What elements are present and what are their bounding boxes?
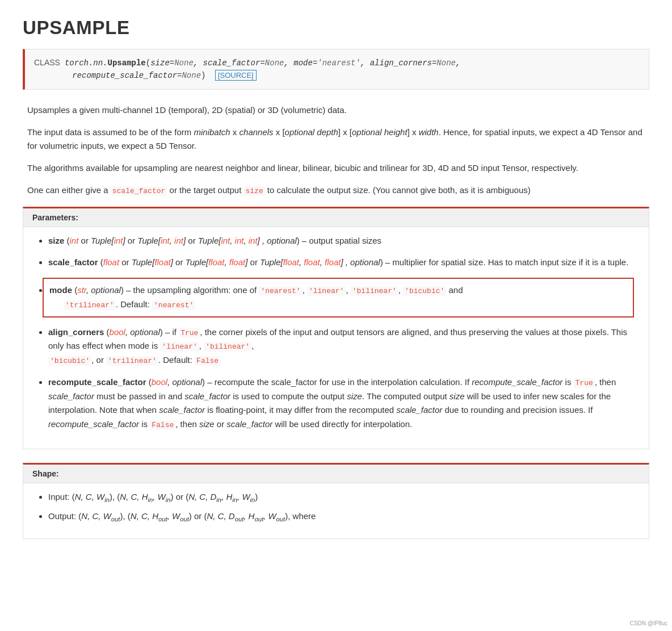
description-section: Upsamples a given multi-channel 1D (temp… <box>23 103 649 198</box>
param-size: size (int or Tuple[int] or Tuple[int, in… <box>48 234 640 248</box>
param-recompute-scale-factor: recompute_scale_factor (bool, optional) … <box>48 375 640 432</box>
param-size-name: size <box>48 236 64 245</box>
signature-block: CLASStorch.nn.Upsample(size=None, scale_… <box>23 49 649 90</box>
shape-output: Output: (N, C, Wout), (N, C, Hout, Wout)… <box>48 509 640 525</box>
parameters-header: Parameters: <box>23 208 649 227</box>
source-link[interactable]: [SOURCE] <box>215 70 257 81</box>
shape-body: Input: (N, C, Win), (N, C, Hin, Win) or … <box>23 483 649 538</box>
desc-para-1: Upsamples a given multi-channel 1D (temp… <box>27 103 645 118</box>
shape-section: Shape: Input: (N, C, Win), (N, C, Hin, W… <box>23 463 649 539</box>
shape-list: Input: (N, C, Win), (N, C, Hin, Win) or … <box>32 490 640 525</box>
shape-input: Input: (N, C, Win), (N, C, Hin, Win) or … <box>48 490 640 505</box>
shape-header: Shape: <box>23 465 649 483</box>
desc-para-4: One can either give a scale_factor or th… <box>27 183 645 198</box>
page-title: UPSAMPLE <box>23 17 649 39</box>
param-mode: mode (str, optional) – the upsampling al… <box>48 278 640 317</box>
param-mode-name: mode <box>49 285 72 295</box>
param-scale-factor-name: scale_factor <box>48 257 98 267</box>
class-label: CLASS <box>34 58 60 67</box>
sig-module: torch.nn.Upsample <box>65 58 146 68</box>
desc-para-2: The input data is assumed to be of the f… <box>27 126 645 154</box>
parameters-body: size (int or Tuple[int] or Tuple[int, in… <box>23 227 649 449</box>
param-list: size (int or Tuple[int] or Tuple[int, in… <box>32 234 640 432</box>
parameters-section: Parameters: size (int or Tuple[int] or T… <box>23 207 649 449</box>
desc-para-3: The algorithms available for upsampling … <box>27 161 645 175</box>
param-scale-factor: scale_factor (float or Tuple[float] or T… <box>48 256 640 270</box>
param-align-corners-name: align_corners <box>48 327 104 337</box>
param-align-corners: align_corners (bool, optional) – if True… <box>48 325 640 367</box>
param-recompute-scale-factor-name: recompute_scale_factor <box>48 377 146 387</box>
